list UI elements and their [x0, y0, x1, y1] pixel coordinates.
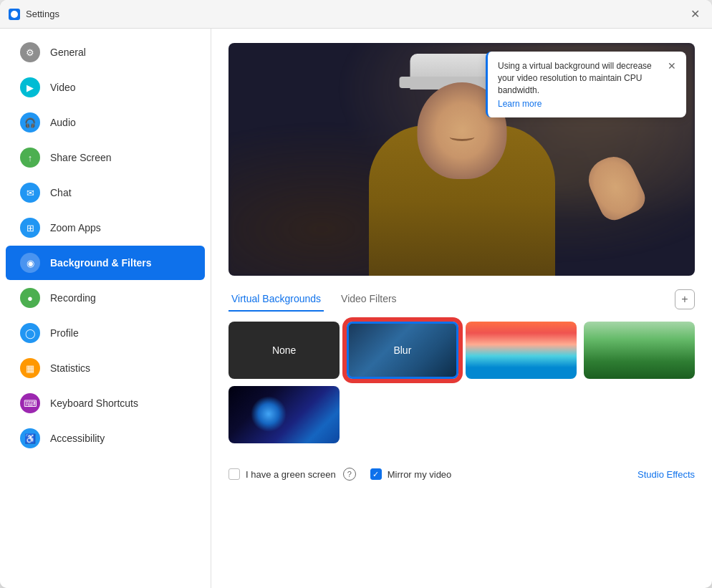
mirror-video-label: Mirror my video	[388, 469, 452, 480]
background-grass[interactable]	[584, 322, 695, 379]
backgrounds-grid: None Blur	[228, 322, 695, 443]
sidebar-icon-share-screen: ↑	[20, 148, 40, 168]
studio-effects-link[interactable]: Studio Effects	[638, 469, 695, 480]
background-blur[interactable]: Blur	[347, 322, 458, 379]
learn-more-link[interactable]: Learn more	[498, 99, 676, 109]
main-content: ⚙General▶Video🎧Audio↑Share Screen✉Chat⊞Z…	[0, 29, 712, 588]
sidebar: ⚙General▶Video🎧Audio↑Share Screen✉Chat⊞Z…	[0, 29, 211, 588]
sidebar-icon-profile: ◯	[20, 323, 40, 343]
tab-video-filters[interactable]: Video Filters	[338, 287, 400, 312]
sidebar-label-chat: Chat	[50, 187, 72, 198]
sidebar-item-accessibility[interactable]: ♿Accessibility	[6, 421, 205, 456]
background-none-label: None	[272, 344, 296, 356]
sidebar-icon-audio: 🎧	[20, 112, 40, 132]
sidebar-label-background: Background & Filters	[50, 257, 152, 269]
mirror-video-area: ✓ Mirror my video	[370, 468, 452, 480]
tooltip-close-button[interactable]: ✕	[668, 60, 676, 72]
sidebar-icon-recording: ●	[20, 288, 40, 308]
sidebar-label-general: General	[50, 47, 86, 58]
tabs-row: Virtual Backgrounds Video Filters +	[228, 287, 695, 312]
sidebar-label-zoom-apps: Zoom Apps	[50, 222, 101, 233]
sidebar-icon-general: ⚙	[20, 42, 40, 62]
sidebar-item-chat[interactable]: ✉Chat	[6, 175, 205, 210]
tab-virtual-backgrounds[interactable]: Virtual Backgrounds	[228, 287, 324, 312]
sidebar-item-background[interactable]: ◉Background & Filters	[6, 246, 205, 280]
footer-bar: I have a green screen ? ✓ Mirror my vide…	[228, 458, 695, 483]
close-button[interactable]: ✕	[686, 6, 703, 23]
sidebar-item-recording[interactable]: ●Recording	[6, 281, 205, 315]
sidebar-label-audio: Audio	[50, 117, 76, 128]
sidebar-icon-chat: ✉	[20, 183, 40, 203]
sidebar-label-recording: Recording	[50, 292, 96, 304]
app-icon	[9, 9, 20, 20]
sidebar-icon-background: ◉	[20, 253, 40, 273]
background-golden-gate[interactable]	[466, 322, 577, 379]
sidebar-label-accessibility: Accessibility	[50, 433, 105, 444]
sidebar-label-profile: Profile	[50, 327, 79, 339]
mirror-video-checkbox[interactable]: ✓	[370, 468, 382, 480]
sidebar-icon-statistics: ▦	[20, 358, 40, 378]
tooltip-header: Using a virtual background will decrease…	[498, 60, 676, 96]
content-area: Using a virtual background will decrease…	[211, 29, 712, 588]
window-title: Settings	[26, 9, 59, 19]
green-screen-area: I have a green screen	[228, 468, 336, 480]
titlebar-left: Settings	[9, 9, 59, 20]
titlebar: Settings ✕	[0, 0, 712, 29]
video-preview: Using a virtual background will decrease…	[228, 43, 695, 276]
background-blur-label: Blur	[393, 344, 411, 356]
space-glow	[251, 396, 287, 432]
green-screen-label: I have a green screen	[246, 469, 336, 480]
svg-point-0	[11, 11, 18, 18]
tooltip-popup: Using a virtual background will decrease…	[486, 52, 686, 117]
sidebar-label-keyboard: Keyboard Shortcuts	[50, 397, 138, 409]
add-background-button[interactable]: +	[675, 289, 695, 309]
settings-window: Settings ✕ ⚙General▶Video🎧Audio↑Share Sc…	[0, 0, 712, 588]
green-screen-help-icon[interactable]: ?	[343, 468, 356, 481]
sidebar-item-share-screen[interactable]: ↑Share Screen	[6, 140, 205, 175]
green-screen-checkbox[interactable]	[228, 468, 240, 480]
sidebar-icon-keyboard: ⌨	[20, 393, 40, 413]
sidebar-label-share-screen: Share Screen	[50, 152, 112, 163]
sidebar-item-general[interactable]: ⚙General	[6, 35, 205, 69]
sidebar-item-keyboard[interactable]: ⌨Keyboard Shortcuts	[6, 386, 205, 420]
background-space[interactable]	[228, 386, 340, 443]
sidebar-icon-video: ▶	[20, 77, 40, 97]
sidebar-item-profile[interactable]: ◯Profile	[6, 316, 205, 350]
sidebar-label-statistics: Statistics	[50, 362, 90, 374]
background-none[interactable]: None	[228, 322, 340, 379]
sidebar-icon-accessibility: ♿	[20, 428, 40, 448]
sidebar-label-video: Video	[50, 82, 76, 93]
sidebar-item-statistics[interactable]: ▦Statistics	[6, 351, 205, 385]
sidebar-item-audio[interactable]: 🎧Audio	[6, 105, 205, 140]
tooltip-text: Using a virtual background will decrease…	[498, 60, 668, 96]
sidebar-item-video[interactable]: ▶Video	[6, 70, 205, 105]
sidebar-item-zoom-apps[interactable]: ⊞Zoom Apps	[6, 211, 205, 245]
blur-inner: Blur	[349, 324, 456, 377]
sidebar-icon-zoom-apps: ⊞	[20, 218, 40, 238]
